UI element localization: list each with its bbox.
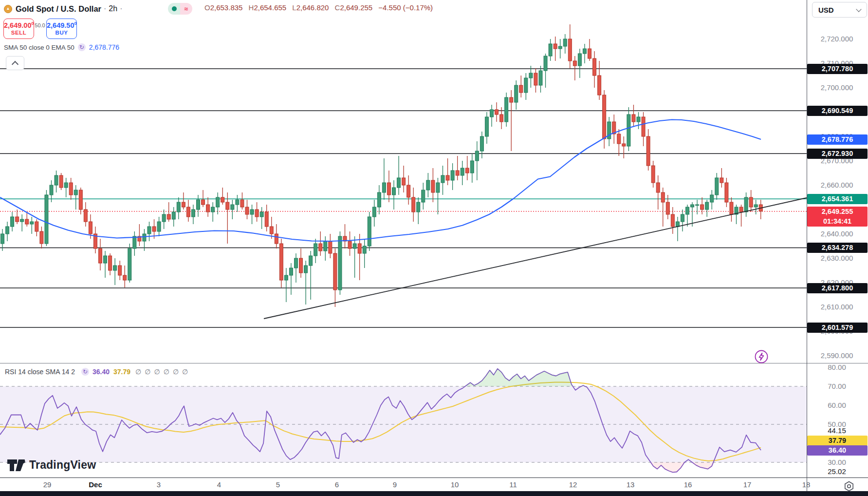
chevron-down-icon <box>856 6 861 12</box>
candle <box>593 51 596 88</box>
rsi-indicator-row[interactable]: RSI 14 close SMA 14 2 ↻ 36.40 37.79 ∅ ∅ … <box>5 367 191 377</box>
candle <box>627 107 630 151</box>
refresh-icon[interactable]: ↻ <box>81 368 89 376</box>
candle <box>118 261 122 280</box>
candle <box>226 192 229 244</box>
sell-button[interactable]: 2,649.000 SELL <box>3 19 34 39</box>
open-letter: O <box>204 3 210 12</box>
candle <box>426 173 430 197</box>
candle <box>710 190 714 210</box>
pink-wave-icon[interactable]: ≈ <box>180 3 192 15</box>
candle <box>495 102 499 122</box>
candle <box>162 210 166 229</box>
candle <box>558 39 562 58</box>
change-value: −4.550 (−0.17%) <box>378 3 433 12</box>
candle <box>109 253 112 275</box>
candle <box>377 185 381 214</box>
candle <box>608 117 611 146</box>
candle <box>470 153 474 183</box>
buy-button[interactable]: 2,649.500 BUY <box>46 19 77 39</box>
collapse-pane-button[interactable] <box>6 56 24 70</box>
ma-indicator-row[interactable]: SMA 50 close 0 EMA 50 ↻ 2,678.776 <box>4 43 119 52</box>
candle <box>598 61 601 100</box>
candle <box>730 197 733 222</box>
candles-group <box>1 24 763 307</box>
candle <box>177 197 180 219</box>
candle <box>651 161 655 188</box>
candle <box>324 236 327 261</box>
candle <box>231 200 234 219</box>
candle <box>221 188 224 205</box>
candle <box>563 34 567 54</box>
candle <box>632 105 635 127</box>
candle <box>397 156 401 195</box>
candle <box>578 49 581 78</box>
ohlc-readout: O2,653.835 H2,654.655 L2,646.820 C2,649.… <box>201 3 433 12</box>
candle <box>715 173 719 200</box>
high-letter: H <box>249 3 254 12</box>
candle <box>412 188 415 222</box>
sell-price: 2,649.00 <box>4 21 31 29</box>
candle <box>16 210 19 224</box>
candle <box>329 234 332 258</box>
symbol-title-row[interactable]: ▲ Gold Spot / U.S. Dollar · 2h · <box>4 2 125 15</box>
candle <box>446 158 449 185</box>
candle <box>99 239 102 270</box>
candle <box>167 202 170 222</box>
candle <box>451 163 454 190</box>
symbol-marker-toggle[interactable]: ≈ <box>168 3 192 15</box>
candle <box>197 195 200 217</box>
candle <box>436 178 440 214</box>
candle <box>372 200 376 227</box>
lightning-icon[interactable] <box>754 349 769 366</box>
timeframe-label[interactable]: 2h <box>109 4 117 13</box>
sell-label: SELL <box>4 30 34 36</box>
candle <box>759 200 762 219</box>
buy-price: 2,649.50 <box>47 21 74 29</box>
candle <box>211 202 215 222</box>
refresh-icon[interactable]: ↻ <box>78 43 86 51</box>
candle <box>696 200 699 214</box>
green-dot-icon[interactable] <box>168 3 180 15</box>
candle <box>465 156 469 180</box>
candle <box>510 90 513 151</box>
candle <box>392 180 396 210</box>
candle <box>475 141 479 180</box>
empty-set-icon: ∅ <box>182 368 188 376</box>
candle <box>363 239 366 268</box>
candle <box>739 205 743 227</box>
candle <box>30 217 34 234</box>
candle <box>603 90 606 149</box>
candle <box>720 168 723 188</box>
candle <box>382 158 386 200</box>
candle <box>456 156 459 180</box>
chart-canvas[interactable] <box>0 0 868 496</box>
candle <box>402 166 406 192</box>
more-dot[interactable]: · <box>120 4 122 13</box>
candle <box>515 80 518 110</box>
candle <box>260 207 263 229</box>
candle <box>573 56 576 80</box>
candle <box>74 185 77 210</box>
tradingview-logo-icon <box>7 459 25 472</box>
empty-set-icon: ∅ <box>173 368 179 376</box>
ascending-trendline[interactable] <box>264 198 807 319</box>
candle <box>319 231 322 256</box>
candle <box>661 188 665 227</box>
candle <box>744 192 748 217</box>
candle <box>236 195 239 212</box>
open-value: 2,653.835 <box>210 3 243 12</box>
symbol-name[interactable]: Gold Spot / U.S. Dollar <box>16 4 101 14</box>
price-pane[interactable] <box>0 24 807 327</box>
candle <box>123 266 127 287</box>
candle <box>79 188 82 214</box>
candle <box>206 197 210 217</box>
candle <box>35 219 38 236</box>
currency-dropdown[interactable]: USD <box>812 2 867 18</box>
candle <box>304 261 308 305</box>
candle <box>128 244 131 283</box>
candle <box>656 175 660 210</box>
candle <box>343 224 347 248</box>
rsi-pane[interactable] <box>0 369 807 473</box>
candle <box>295 253 298 283</box>
